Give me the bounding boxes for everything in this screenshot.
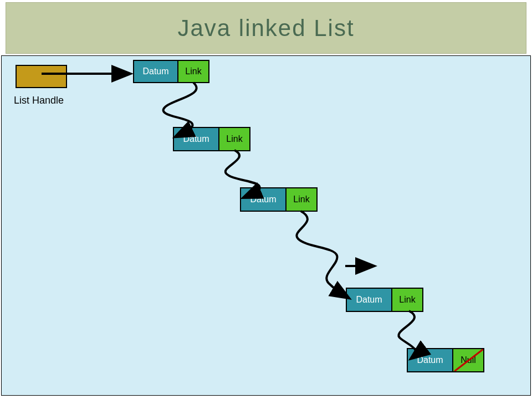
svg-line-0: [454, 349, 483, 371]
link-cell: Link: [392, 289, 422, 311]
arrow-icon: [342, 258, 381, 274]
datum-cell: Datum: [241, 188, 287, 211]
list-node: Datum Link: [346, 288, 423, 312]
list-handle-box: [16, 65, 67, 88]
connectors: [2, 56, 531, 396]
datum-cell: Datum: [347, 289, 392, 311]
link-cell: Link: [178, 61, 208, 82]
link-cell: Link: [219, 128, 249, 150]
null-cell: Null: [453, 349, 483, 371]
datum-cell: Datum: [408, 349, 453, 371]
list-node: Datum Link: [240, 187, 318, 212]
list-node: Datum Link: [133, 60, 209, 83]
null-slash-icon: [453, 349, 483, 371]
list-handle-label: List Handle: [14, 95, 64, 106]
list-node: Datum Link: [173, 127, 250, 151]
list-node: Datum Null: [407, 348, 484, 372]
diagram-area: List Handle Datum Link Datum Link Datum …: [1, 55, 531, 396]
slide: Java linked List List Handle Datum Link …: [0, 0, 532, 399]
datum-cell: Datum: [134, 61, 178, 82]
datum-cell: Datum: [174, 128, 219, 150]
slide-title: Java linked List: [177, 15, 354, 42]
link-cell: Link: [287, 188, 316, 211]
title-bar: Java linked List: [6, 2, 526, 54]
